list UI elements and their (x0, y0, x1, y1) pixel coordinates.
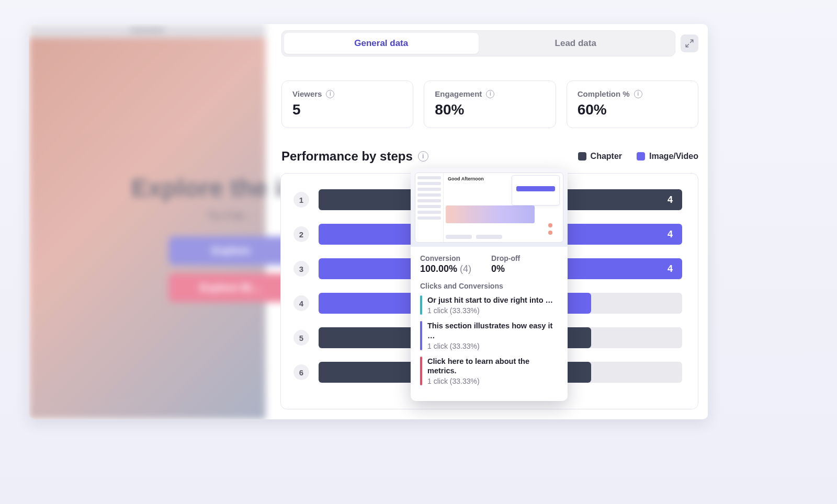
info-icon[interactable]: i (326, 90, 334, 98)
legend-item-chapter: Chapter (578, 152, 622, 161)
conversion-color-bar (420, 357, 422, 386)
tooltip-conversion-count: (4) (460, 264, 471, 274)
section-title: Performance by steps (281, 149, 413, 164)
tooltip-dropoff-value: 0% (491, 264, 520, 274)
step-number: 5 (293, 330, 309, 346)
conversion-color-bar (420, 295, 422, 315)
stat-value-engagement: 80% (435, 101, 545, 118)
step-number: 3 (293, 261, 309, 277)
preview-hero: Explore the int… Try it be… Explore Expl… (29, 38, 266, 419)
step-number: 2 (293, 226, 309, 242)
stat-label-completion: Completion % (578, 89, 630, 98)
tooltip-thumbnail: Good Afternoon (411, 168, 568, 247)
stat-card-viewers: Viewers i 5 (281, 81, 413, 128)
conversion-sub: 1 click (33.33%) (427, 306, 558, 315)
tooltip-dropoff: Drop-off 0% (491, 254, 520, 274)
step-number: 1 (293, 192, 309, 208)
conversion-item[interactable]: This section illustrates how easy it …1 … (420, 321, 558, 350)
tab-group: General data Lead data (281, 30, 675, 56)
conversion-title: Click here to learn about the metrics. (427, 357, 558, 376)
conversion-color-bar (420, 321, 422, 350)
step-number: 6 (293, 364, 309, 380)
legend-item-media: Image/Video (637, 152, 698, 161)
preview-cta-secondary[interactable]: Explore Bi… (168, 273, 294, 302)
expand-icon (685, 39, 694, 48)
analytics-panel: General data Lead data Viewers i 5 Engag… (280, 24, 708, 419)
stat-label-engagement: Engagement (435, 89, 482, 98)
demo-preview-panel: Interactive Explore the int… Try it be… … (29, 24, 266, 419)
legend-label-chapter: Chapter (591, 152, 622, 161)
tooltip-conversion-value: 100.00% (420, 264, 457, 274)
expand-button[interactable] (681, 35, 698, 52)
info-icon[interactable]: i (634, 90, 642, 98)
tooltip-conversion-label: Conversion (420, 254, 471, 262)
stat-card-completion: Completion % i 60% (567, 81, 698, 128)
stat-card-engagement: Engagement i 80% (424, 81, 556, 128)
swatch-media (637, 152, 645, 161)
stat-value-viewers: 5 (292, 101, 402, 118)
stat-label-viewers: Viewers (292, 89, 322, 98)
conversion-sub: 1 click (33.33%) (427, 342, 558, 350)
conversion-title: Or just hit start to dive right into … (427, 295, 558, 305)
legend: Chapter Image/Video (578, 152, 698, 161)
swatch-chapter (578, 152, 586, 161)
step-number: 4 (293, 295, 309, 311)
conversion-item[interactable]: Click here to learn about the metrics.1 … (420, 357, 558, 386)
step-tooltip: Good Afternoon Conversion (411, 168, 568, 401)
tab-lead-data[interactable]: Lead data (479, 33, 673, 54)
preview-cta-primary[interactable]: Explore (168, 236, 294, 265)
tooltip-dropoff-label: Drop-off (491, 254, 520, 262)
conversion-item[interactable]: Or just hit start to dive right into …1 … (420, 295, 558, 315)
preview-top-bar: Interactive (29, 24, 266, 38)
legend-label-media: Image/Video (649, 152, 698, 161)
performance-chart: 142434456 Good Afternoon (280, 173, 698, 409)
conversion-sub: 1 click (33.33%) (427, 377, 558, 385)
tab-general-data[interactable]: General data (284, 33, 479, 54)
stat-value-completion: 60% (578, 101, 687, 118)
info-icon[interactable]: i (486, 90, 494, 98)
info-icon[interactable]: i (418, 151, 428, 162)
tooltip-conversion: Conversion 100.00% (4) (420, 254, 471, 274)
tooltip-section-title: Clicks and Conversions (420, 282, 558, 290)
conversion-title: This section illustrates how easy it … (427, 321, 558, 341)
